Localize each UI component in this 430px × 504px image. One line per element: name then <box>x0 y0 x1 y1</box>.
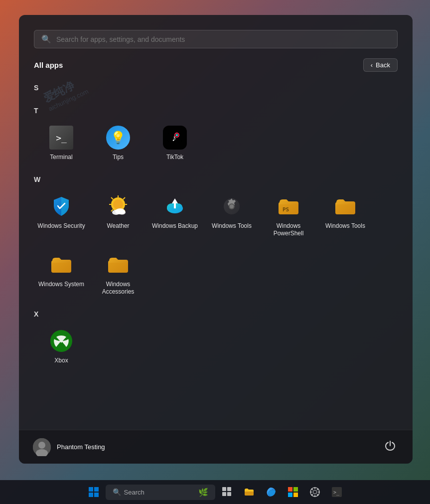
terminal-icon: >_ <box>49 126 73 150</box>
svg-rect-37 <box>288 487 292 492</box>
store-button[interactable] <box>283 482 303 502</box>
taskbar-search-text: Search <box>124 489 144 496</box>
back-button[interactable]: ‹ Back <box>363 58 398 72</box>
app-windows-backup[interactable]: Windows Backup <box>147 189 202 243</box>
app-windows-tools-2[interactable]: Windows Tools <box>318 189 373 243</box>
app-windows-accessories[interactable]: Windows Accessories <box>91 248 145 301</box>
svg-rect-35 <box>222 492 226 496</box>
taskbar-center: 🔍 Search 🌿 <box>84 482 347 502</box>
section-x-letter: X <box>34 306 403 324</box>
user-name: Phantom Testing <box>57 443 105 451</box>
all-apps-title: All apps <box>34 61 63 69</box>
svg-point-43 <box>313 491 316 494</box>
windows-powershell-icon: PS <box>277 194 300 218</box>
taskbar-search[interactable]: 🔍 Search 🌿 <box>106 485 215 500</box>
chevron-left-icon: ‹ <box>371 61 373 69</box>
section-w-grid-2: Windows System Window <box>34 248 403 301</box>
svg-point-5 <box>113 199 123 209</box>
windows-powershell-label: Windows PowerShell <box>264 222 313 238</box>
user-info[interactable]: Phantom Testing <box>33 438 105 456</box>
app-windows-powershell[interactable]: PS Windows PowerShell <box>261 189 316 243</box>
windows-security-icon <box>49 194 73 218</box>
section-t-letter: T <box>34 103 403 121</box>
windows-backup-label: Windows Backup <box>152 222 198 230</box>
svg-rect-39 <box>288 493 292 497</box>
svg-point-27 <box>38 442 45 449</box>
settings-button[interactable] <box>305 482 325 502</box>
taskview-button[interactable] <box>217 482 237 502</box>
start-menu: 🔍 All apps ‹ Back S T >_ Terminal <box>19 15 413 464</box>
windows-tools-1-label: Windows Tools <box>212 222 252 230</box>
user-bar: Phantom Testing <box>19 430 413 464</box>
windows-backup-icon <box>163 194 187 218</box>
terminal-label: Terminal <box>50 154 72 162</box>
power-button[interactable] <box>382 437 399 457</box>
section-w-letter: W <box>34 171 403 189</box>
search-input[interactable] <box>56 35 390 43</box>
section-s-letter: S <box>34 80 403 98</box>
tiktok-icon: ♪ <box>163 126 187 150</box>
svg-line-10 <box>111 197 113 199</box>
windows-tools-2-icon <box>333 194 357 218</box>
svg-rect-38 <box>293 487 298 492</box>
avatar <box>33 438 51 456</box>
file-explorer-button[interactable] <box>239 482 259 502</box>
taskbar-search-icon: 🔍 <box>113 488 121 496</box>
svg-rect-30 <box>94 487 99 492</box>
svg-point-23 <box>230 204 234 208</box>
terminal-taskbar-button[interactable]: >_ <box>327 482 347 502</box>
tips-icon: 💡 <box>106 126 130 150</box>
section-t-grid: >_ Terminal 💡 Tips ♪ <box>34 121 403 167</box>
section-x-grid: Xbox <box>34 324 403 370</box>
app-windows-security[interactable]: Windows Security <box>34 189 89 243</box>
app-weather[interactable]: Weather <box>91 189 145 243</box>
edge-button[interactable] <box>261 482 281 502</box>
app-terminal[interactable]: >_ Terminal <box>34 121 89 167</box>
svg-rect-36 <box>227 492 231 496</box>
svg-text:PS: PS <box>283 206 289 213</box>
xbox-label: Xbox <box>54 357 68 365</box>
svg-text:♪: ♪ <box>172 133 176 143</box>
app-tips[interactable]: 💡 Tips <box>91 121 145 167</box>
svg-rect-34 <box>227 487 231 491</box>
xbox-icon <box>49 329 73 353</box>
tiktok-label: TikTok <box>166 154 183 162</box>
svg-rect-32 <box>94 493 99 497</box>
weather-label: Weather <box>107 222 129 230</box>
weather-icon <box>106 194 130 218</box>
svg-rect-29 <box>89 487 93 492</box>
apps-list: S T >_ Terminal 💡 Tips <box>19 80 413 430</box>
section-w-grid: Windows Security <box>34 189 403 243</box>
search-bar-area: 🔍 <box>19 15 413 58</box>
windows-tools-1-icon <box>220 194 244 218</box>
windows-accessories-icon <box>106 253 130 277</box>
svg-rect-33 <box>222 487 226 491</box>
windows-accessories-label: Windows Accessories <box>94 281 143 296</box>
windows-system-icon <box>49 253 73 277</box>
taskbar: 🔍 Search 🌿 <box>0 480 430 504</box>
svg-text:>_: >_ <box>333 490 340 496</box>
windows-security-label: Windows Security <box>37 222 85 230</box>
windows-system-label: Windows System <box>38 281 84 289</box>
all-apps-header: All apps ‹ Back <box>19 58 413 80</box>
svg-point-16 <box>119 210 126 214</box>
taskbar-decorative-icon: 🌿 <box>198 488 208 497</box>
start-button[interactable] <box>84 482 104 502</box>
svg-point-3 <box>176 134 178 136</box>
back-label: Back <box>376 61 390 69</box>
app-xbox[interactable]: Xbox <box>34 324 89 370</box>
tips-label: Tips <box>113 154 124 162</box>
app-windows-tools-1[interactable]: Windows Tools <box>204 189 259 243</box>
svg-line-12 <box>123 197 125 199</box>
app-tiktok[interactable]: ♪ TikTok <box>147 121 202 167</box>
search-icon: 🔍 <box>41 34 51 44</box>
svg-rect-40 <box>293 493 298 497</box>
search-bar[interactable]: 🔍 <box>34 30 398 48</box>
app-windows-system[interactable]: Windows System <box>34 248 89 301</box>
windows-tools-2-label: Windows Tools <box>325 222 365 230</box>
svg-rect-31 <box>89 493 93 497</box>
